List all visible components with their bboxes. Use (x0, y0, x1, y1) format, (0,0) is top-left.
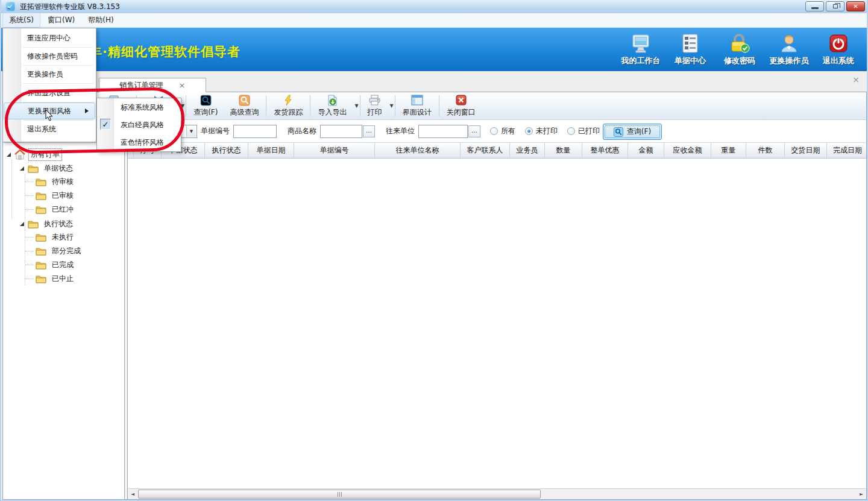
menu-help[interactable]: 帮助(H) (82, 13, 119, 27)
monitor-icon (631, 31, 651, 53)
folder-icon (36, 274, 46, 283)
scroll-right-arrow[interactable]: ► (857, 490, 866, 499)
folder-icon (36, 191, 46, 200)
document-center-button[interactable]: 单据中心 (665, 31, 715, 66)
submenu-item-standard-style[interactable]: 标准系统风格 (98, 99, 180, 116)
tab-sales-order[interactable]: 销售订单管理 × (99, 78, 206, 92)
partner-lookup-button[interactable]: … (468, 125, 480, 137)
checkmark-icon: ✓ (100, 119, 111, 130)
tree-item-terminated[interactable]: 已中止 (36, 272, 75, 285)
column-header[interactable]: 重量 (711, 143, 746, 158)
shipment-tracking-button[interactable]: 发货跟踪 (268, 92, 309, 119)
column-header[interactable]: 数量 (545, 143, 582, 158)
advanced-query-button[interactable]: 高级查询 (224, 92, 265, 119)
tree-item-partially-done[interactable]: 部分完成 (36, 244, 83, 257)
tab-strip: 销售订单管理 × × (1, 71, 867, 92)
tree-item-not-executed[interactable]: 未执行 (36, 230, 75, 244)
expand-triangle-icon[interactable] (20, 222, 24, 226)
minimize-button[interactable] (805, 1, 824, 11)
folder-icon (36, 177, 46, 186)
header-banner: 丰·精细化管理软件倡导者 我的工作台 单据中心 修改密码 (1, 28, 867, 71)
menu-item-switch-operator[interactable]: 更换操作员 (4, 66, 95, 83)
column-header[interactable]: 客户联系人 (461, 143, 510, 158)
menu-item-change-ui-style[interactable]: 更换界面风格 (4, 102, 95, 119)
menu-item-display-settings[interactable]: 界面显示设置 (4, 84, 95, 101)
radio-unprinted[interactable]: 未打印 (525, 126, 558, 136)
ui-design-button[interactable]: 界面设计 (397, 92, 438, 119)
table-header-row: 序号 单据状态 执行状态 单据日期 单据编号 往来单位名称 客户联系人 业务员 … (128, 143, 866, 159)
menu-item-change-password[interactable]: 修改操作员密码 (4, 48, 95, 65)
restore-button[interactable] (826, 1, 844, 11)
close-button[interactable]: ✕ (846, 1, 865, 11)
radio-printed-dot[interactable] (567, 127, 575, 135)
filter-query-button[interactable]: 查询(F) (603, 124, 662, 140)
body-row: 所有订单 单据状态 待审核 已审核 (3, 143, 866, 499)
column-header[interactable]: 单据编号 (294, 143, 375, 158)
tree-item-pending-audit[interactable]: 待审核 (36, 175, 75, 188)
close-window-button[interactable]: 关闭窗口 (441, 92, 482, 119)
tab-close-icon[interactable]: × (179, 81, 186, 89)
tree-item-reversed[interactable]: 已红冲 (36, 203, 75, 216)
radio-all[interactable]: 所有 (490, 126, 515, 136)
lock-check-icon (729, 31, 750, 53)
column-header[interactable]: 业务员 (510, 143, 545, 158)
menu-bar: 系统(S) 窗口(W) 帮助(H) (1, 13, 867, 28)
horizontal-scrollbar[interactable]: ◄ ► (128, 488, 866, 499)
radio-printed[interactable]: 已打印 (567, 126, 600, 136)
menu-window[interactable]: 窗口(W) (42, 13, 81, 27)
combo-dropdown-icon[interactable]: ▼ (186, 126, 196, 137)
partner-input[interactable] (418, 125, 468, 138)
change-password-button[interactable]: 修改密码 (715, 31, 764, 66)
menu-item-reconnect[interactable]: 重连应用中心 (4, 30, 95, 46)
product-lookup-button[interactable]: … (363, 125, 375, 137)
tree-item-audited[interactable]: 已审核 (36, 189, 75, 202)
print-dropdown-arrow[interactable]: ▼ (390, 103, 394, 109)
printer-icon (368, 94, 381, 106)
app-window: 亚拓管理软件专业版 V8.3.153 ✕ 系统(S) 窗口(W) 帮助(H) 丰… (0, 0, 868, 501)
switch-operator-button[interactable]: 更换操作员 (764, 31, 814, 66)
column-header[interactable]: 完成日期 (827, 143, 866, 158)
table-body-empty (128, 159, 866, 488)
column-header[interactable]: 往来单位名称 (375, 143, 461, 158)
exit-system-button[interactable]: 退出系统 (814, 31, 863, 66)
tree-item-completed[interactable]: 已完成 (36, 258, 75, 271)
partner-label: 往来单位 (386, 126, 415, 136)
tree-root[interactable]: 所有订单 (7, 148, 62, 161)
menu-system[interactable]: 系统(S) (2, 13, 40, 28)
strip-close-icon[interactable]: × (852, 75, 860, 84)
scroll-left-arrow[interactable]: ◄ (128, 490, 137, 499)
submenu-item-blue-style[interactable]: 蓝色情怀风格 (98, 134, 180, 151)
print-button[interactable]: 打印 ▼ (362, 92, 394, 119)
doc-no-input[interactable] (233, 125, 277, 138)
import-export-button[interactable]: 导入导出 ▼ (312, 92, 358, 119)
product-input[interactable] (320, 125, 362, 138)
folder-icon (36, 233, 46, 242)
expand-triangle-icon[interactable] (20, 166, 24, 171)
doc-no-label: 单据编号 (201, 126, 230, 136)
lightning-icon (283, 94, 293, 106)
column-header[interactable]: 应收金额 (664, 143, 711, 158)
scrollbar-thumb[interactable] (138, 490, 541, 499)
column-header[interactable]: 交货日期 (785, 143, 827, 158)
column-header[interactable]: 件数 (746, 143, 785, 158)
column-header[interactable]: 金额 (628, 143, 664, 158)
radio-unprinted-dot[interactable] (525, 127, 533, 135)
user-icon (779, 31, 799, 53)
column-header[interactable]: 单据日期 (248, 143, 294, 158)
expand-triangle-icon[interactable] (7, 153, 11, 157)
orders-table: 序号 单据状态 执行状态 单据日期 单据编号 往来单位名称 客户联系人 业务员 … (127, 143, 866, 499)
order-tree-panel: 所有订单 单据状态 待审核 已审核 (3, 143, 125, 499)
tree-group-docstatus[interactable]: 单据状态 (20, 162, 75, 175)
import-export-dropdown-arrow[interactable]: ▼ (354, 103, 358, 109)
tree-group-execstatus[interactable]: 执行状态 (20, 217, 75, 230)
menu-item-exit-system[interactable]: 退出系统 (4, 121, 95, 137)
ui-style-submenu-popup: 标准系统风格 灰白经典风格 ✓ 蓝色情怀风格 (96, 98, 181, 152)
folder-icon (28, 219, 39, 228)
column-header[interactable]: 执行状态 (205, 143, 248, 158)
query-button[interactable]: 查询(F) (187, 92, 224, 119)
radio-all-dot[interactable] (490, 127, 498, 135)
folder-icon (36, 247, 46, 256)
my-workbench-button[interactable]: 我的工作台 (616, 31, 665, 66)
column-header[interactable]: 整单优惠 (582, 143, 628, 158)
window-design-icon (411, 94, 423, 106)
